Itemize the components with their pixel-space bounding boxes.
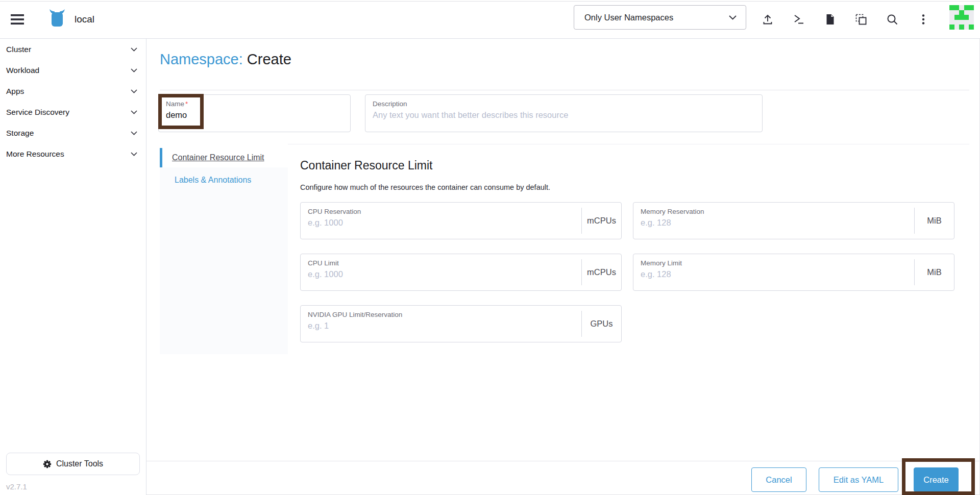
description-field[interactable]: Description (365, 94, 763, 132)
sidebar-item-label: Service Discovery (6, 108, 69, 117)
cpu-limit-label: CPU Limit (308, 259, 574, 267)
memory-limit-field[interactable]: Memory Limit MiB (633, 254, 954, 291)
cpu-limit-unit: mCPUs (581, 259, 621, 285)
tab-nav: Container Resource Limit Labels & Annota… (160, 144, 288, 354)
sidebar-item-label: Workload (6, 66, 39, 75)
sidebar-item-more-resources[interactable]: More Resources (0, 143, 146, 164)
memory-limit-input[interactable] (641, 269, 907, 279)
section-subtitle: Configure how much of the resources the … (300, 183, 955, 191)
cpu-limit-input[interactable] (308, 269, 574, 279)
sidebar-item-storage[interactable]: Storage (0, 122, 146, 143)
required-asterisk: * (185, 100, 188, 108)
gpu-limit-unit: GPUs (581, 311, 621, 337)
chevron-down-icon (131, 89, 137, 93)
upload-icon[interactable] (762, 13, 774, 26)
cpu-limit-field[interactable]: CPU Limit mCPUs (300, 254, 622, 291)
create-button[interactable]: Create (914, 467, 959, 492)
resource-fields-grid: CPU Reservation mCPUs Memory Reservation… (300, 202, 955, 342)
name-input[interactable] (166, 110, 343, 120)
memory-reservation-field[interactable]: Memory Reservation MiB (633, 202, 954, 239)
sidebar-item-apps[interactable]: Apps (0, 81, 146, 102)
cancel-button[interactable]: Cancel (751, 467, 806, 492)
name-field-label: Name* (166, 100, 343, 108)
gpu-limit-input[interactable] (308, 321, 574, 331)
top-header: local Only User Namespaces (0, 0, 980, 39)
memory-reservation-input[interactable] (641, 218, 907, 228)
sidebar-item-cluster[interactable]: Cluster (0, 39, 146, 60)
tab-nav-rest: Labels & Annotations (160, 167, 288, 354)
header-icon-bar (762, 0, 929, 39)
cluster-name: local (75, 14, 94, 25)
gpu-limit-field[interactable]: NVIDIA GPU Limit/Reservation GPUs (300, 305, 622, 342)
chevron-down-icon (131, 110, 137, 114)
search-icon[interactable] (886, 13, 898, 26)
cpu-reservation-field[interactable]: CPU Reservation mCPUs (300, 202, 622, 239)
sidebar-item-label: Storage (6, 129, 34, 138)
chevron-down-icon (729, 15, 737, 20)
hamburger-menu-icon[interactable] (10, 13, 24, 26)
rancher-logo[interactable] (45, 7, 69, 32)
namespace-filter-dropdown[interactable]: Only User Namespaces (574, 5, 746, 30)
name-field[interactable]: Name* (158, 94, 351, 132)
edit-as-yaml-button[interactable]: Edit as YAML (819, 467, 898, 492)
gear-icon (43, 460, 52, 468)
tab-labels-annotations[interactable]: Labels & Annotations (175, 176, 251, 185)
resource-tabs-panel: Container Resource Limit Labels & Annota… (160, 144, 969, 354)
memory-reservation-label: Memory Reservation (641, 208, 907, 215)
sidebar-item-label: Cluster (6, 45, 31, 54)
gpu-limit-label: NVIDIA GPU Limit/Reservation (308, 311, 574, 318)
description-input[interactable] (373, 110, 755, 120)
cpu-reservation-input[interactable] (308, 218, 574, 228)
sidebar-item-workload[interactable]: Workload (0, 60, 146, 81)
footer-divider (146, 461, 980, 461)
sidebar: Cluster Workload Apps Service Discovery … (0, 39, 146, 495)
memory-limit-unit: MiB (914, 259, 954, 285)
description-field-label: Description (373, 100, 755, 108)
chevron-down-icon (131, 152, 137, 156)
docs-icon[interactable] (824, 13, 836, 26)
page-title-resource: Namespace: (160, 51, 243, 67)
sidebar-item-label: Apps (6, 87, 24, 96)
resource-copy-icon[interactable] (855, 13, 867, 26)
user-avatar[interactable] (949, 5, 974, 30)
sidebar-item-label: More Resources (6, 150, 64, 159)
sidebar-item-service-discovery[interactable]: Service Discovery (0, 102, 146, 122)
kebab-menu-icon[interactable] (917, 13, 929, 26)
page-title: Namespace:Create (160, 51, 291, 68)
cluster-tools-label: Cluster Tools (56, 459, 103, 468)
tab-container-resource-limit[interactable]: Container Resource Limit (160, 148, 288, 167)
cpu-reservation-unit: mCPUs (581, 208, 621, 234)
tab-label: Container Resource Limit (172, 153, 264, 162)
chevron-down-icon (131, 131, 137, 135)
kubectl-shell-icon[interactable] (793, 13, 805, 26)
chevron-down-icon (131, 68, 137, 72)
memory-limit-label: Memory Limit (641, 259, 907, 267)
namespace-filter-value: Only User Namespaces (584, 13, 673, 22)
title-divider (160, 90, 969, 90)
version-label: v2.7.1 (6, 482, 27, 491)
memory-reservation-unit: MiB (914, 208, 954, 234)
section-title: Container Resource Limit (300, 159, 955, 172)
page-title-action: Create (247, 51, 291, 67)
chevron-down-icon (131, 47, 137, 52)
cpu-reservation-label: CPU Reservation (308, 208, 574, 215)
container-resource-limit-section: Container Resource Limit Configure how m… (288, 144, 969, 354)
cluster-tools-button[interactable]: Cluster Tools (6, 453, 140, 475)
